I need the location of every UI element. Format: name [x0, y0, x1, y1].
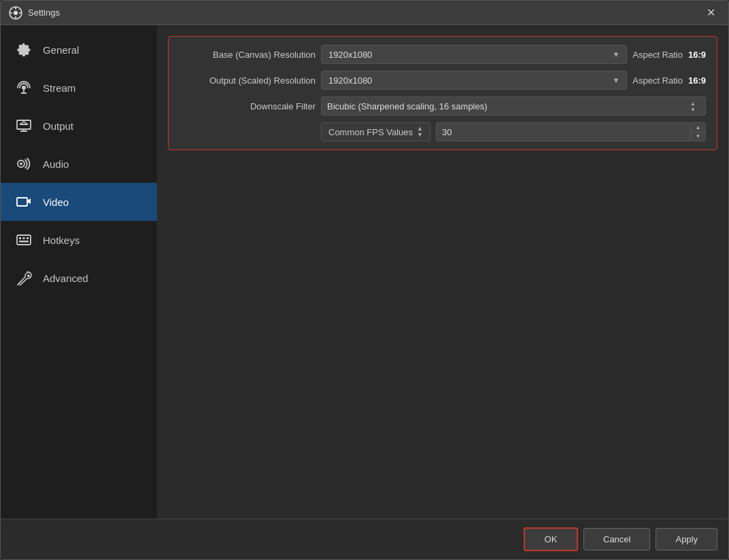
video-settings-section: Base (Canvas) Resolution 1920x1080 ▼ Asp…	[168, 36, 717, 150]
base-resolution-control: 1920x1080 ▼ Aspect Ratio 16:9	[321, 45, 706, 64]
base-aspect-value: 16:9	[688, 50, 706, 60]
output-resolution-dropdown[interactable]: 1920x1080 ▼	[321, 71, 627, 90]
sidebar-advanced-label: Advanced	[43, 273, 88, 284]
sidebar-general-label: General	[43, 44, 79, 56]
content-area: General Stream	[1, 25, 728, 519]
downscale-spinbox-btn[interactable]: ▲ ▼	[686, 101, 700, 111]
svg-point-14	[20, 162, 22, 165]
sidebar-video-label: Video	[43, 196, 69, 208]
sidebar-item-general[interactable]: General	[1, 31, 157, 69]
downscale-filter-value: Bicubic (Sharpened scaling, 16 samples)	[327, 101, 488, 111]
downscale-up-arrow[interactable]: ▲	[686, 101, 700, 107]
fps-value: 30	[437, 127, 690, 137]
titlebar: Settings ✕	[1, 1, 728, 25]
close-button[interactable]: ✕	[701, 3, 720, 22]
output-aspect-value: 16:9	[688, 75, 706, 86]
svg-point-21	[27, 275, 30, 277]
sidebar-item-hotkeys[interactable]: Hotkeys	[1, 221, 157, 259]
apply-button[interactable]: Apply	[656, 528, 717, 550]
base-resolution-row: Base (Canvas) Resolution 1920x1080 ▼ Asp…	[180, 45, 706, 64]
hotkeys-icon	[14, 230, 33, 249]
downscale-filter-row: Downscale Filter Bicubic (Sharpened scal…	[180, 97, 706, 116]
app-icon	[9, 6, 22, 20]
downscale-filter-dropdown[interactable]: Bicubic (Sharpened scaling, 16 samples) …	[321, 97, 706, 116]
sidebar-stream-label: Stream	[43, 82, 75, 94]
downscale-down-arrow[interactable]: ▼	[686, 107, 700, 113]
svg-rect-20	[19, 241, 29, 243]
cancel-button[interactable]: Cancel	[583, 528, 650, 550]
footer: OK Cancel Apply	[1, 519, 728, 559]
main-content: Base (Canvas) Resolution 1920x1080 ▼ Asp…	[157, 25, 728, 519]
video-icon	[14, 192, 33, 211]
svg-rect-18	[23, 237, 25, 239]
sidebar-item-audio[interactable]: Audio	[1, 145, 157, 183]
fps-row: Common FPS Values ▲▼ 30 ▲ ▼	[180, 122, 706, 141]
base-resolution-label: Base (Canvas) Resolution	[180, 50, 316, 60]
downscale-filter-control: Bicubic (Sharpened scaling, 16 samples) …	[321, 97, 706, 116]
fps-spinbox-buttons[interactable]: ▲ ▼	[690, 123, 705, 141]
sidebar-item-video[interactable]: Video	[1, 183, 157, 221]
sidebar-item-stream[interactable]: Stream	[1, 69, 157, 107]
base-aspect-label: Aspect Ratio	[632, 50, 683, 60]
fps-down-arrow[interactable]: ▼	[691, 133, 705, 141]
fps-type-dropdown[interactable]: Common FPS Values ▲▼	[321, 122, 430, 141]
base-resolution-dropdown[interactable]: 1920x1080 ▼	[321, 45, 627, 64]
output-aspect-label: Aspect Ratio	[632, 75, 683, 86]
svg-rect-19	[27, 237, 29, 239]
ok-button[interactable]: OK	[524, 527, 578, 551]
sidebar-output-label: Output	[43, 120, 73, 132]
dropdown-arrow-icon-2: ▼	[612, 76, 620, 84]
fps-type-value: Common FPS Values	[328, 127, 413, 137]
svg-point-6	[22, 86, 26, 90]
sidebar: General Stream	[1, 25, 157, 519]
fps-up-arrow[interactable]: ▲	[691, 123, 705, 132]
audio-icon	[14, 154, 33, 173]
gear-icon	[14, 40, 33, 59]
output-resolution-label: Output (Scaled) Resolution	[180, 75, 316, 86]
svg-line-22	[19, 282, 20, 283]
settings-window: Settings ✕ General	[0, 0, 729, 560]
sidebar-item-output[interactable]: Output	[1, 107, 157, 145]
fps-control: Common FPS Values ▲▼ 30 ▲ ▼	[321, 122, 706, 141]
svg-rect-15	[17, 198, 27, 206]
stream-icon	[14, 78, 33, 97]
wrench-icon	[14, 268, 33, 287]
output-icon	[14, 116, 33, 135]
svg-rect-16	[17, 235, 31, 245]
sidebar-item-advanced[interactable]: Advanced	[1, 259, 157, 297]
base-resolution-value: 1920x1080	[328, 50, 372, 60]
window-title: Settings	[28, 7, 701, 18]
sidebar-hotkeys-label: Hotkeys	[43, 234, 80, 246]
fps-value-spinbox[interactable]: 30 ▲ ▼	[436, 122, 706, 141]
fps-type-spinbox-arrows: ▲▼	[417, 126, 423, 138]
svg-point-1	[14, 11, 18, 15]
downscale-filter-label: Downscale Filter	[180, 101, 316, 111]
dropdown-arrow-icon: ▼	[612, 50, 620, 58]
output-resolution-value: 1920x1080	[328, 75, 372, 86]
sidebar-audio-label: Audio	[43, 158, 69, 170]
svg-rect-17	[19, 237, 21, 239]
output-resolution-row: Output (Scaled) Resolution 1920x1080 ▼ A…	[180, 71, 706, 90]
output-resolution-control: 1920x1080 ▼ Aspect Ratio 16:9	[321, 71, 706, 90]
